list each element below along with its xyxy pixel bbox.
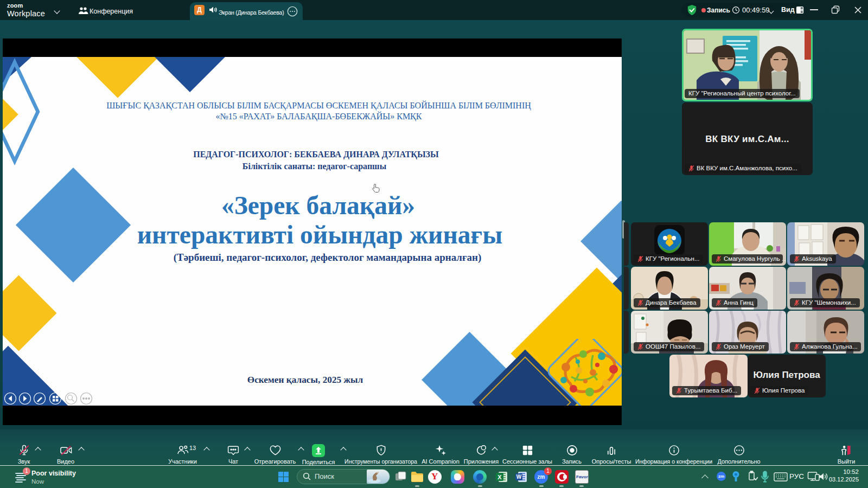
svg-text:X: X [497,474,502,480]
svg-text:W: W [516,474,522,480]
